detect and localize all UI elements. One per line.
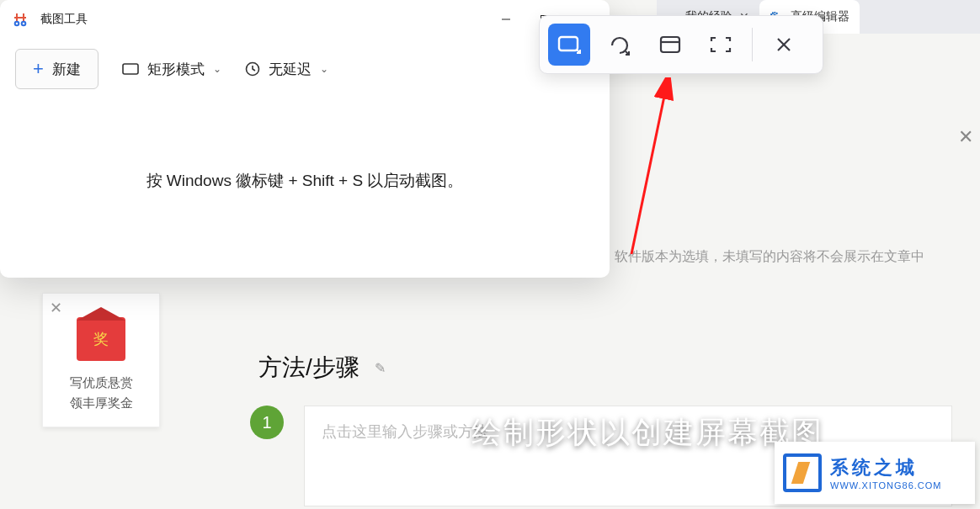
mode-dropdown[interactable]: 矩形模式 ⌄ xyxy=(122,60,221,79)
promo-card[interactable]: ✕ 奖 写优质悬赏 领丰厚奖金 xyxy=(42,293,160,427)
window-mode-button[interactable] xyxy=(649,24,691,66)
watermark-logo-icon xyxy=(783,453,822,492)
promo-text: 写优质悬赏 领丰厚奖金 xyxy=(70,373,133,413)
fullscreen-mode-button[interactable] xyxy=(700,24,742,66)
window-title: 截图工具 xyxy=(40,12,487,27)
delay-dropdown[interactable]: 无延迟 ⌄ xyxy=(245,60,328,79)
svg-rect-8 xyxy=(559,37,578,50)
chevron-down-icon: ⌄ xyxy=(213,63,221,75)
chevron-down-icon: ⌄ xyxy=(320,63,328,75)
envelope-char: 奖 xyxy=(77,329,125,349)
delay-label: 无延迟 xyxy=(269,60,312,79)
svg-point-0 xyxy=(15,22,19,26)
svg-rect-9 xyxy=(661,37,679,52)
watermark-url: WWW.XITONG86.COM xyxy=(830,480,942,490)
promo-line1: 写优质悬赏 xyxy=(70,373,133,393)
titlebar[interactable]: 截图工具 xyxy=(0,0,610,39)
pencil-icon[interactable]: ✎ xyxy=(375,360,386,376)
section-title-text: 方法/步骤 xyxy=(258,352,360,384)
mode-label: 矩形模式 xyxy=(147,60,205,79)
hint-text: 按 Windows 徽标键 + Shift + S 以启动截图。 xyxy=(0,170,610,192)
close-icon[interactable]: ✕ xyxy=(958,126,973,148)
overlay-caption: 绘制形状以创建屏幕截图 xyxy=(471,412,823,453)
watermark-title: 系统之城 xyxy=(830,455,942,480)
step-number-badge: 1 xyxy=(250,406,284,439)
new-label: 新建 xyxy=(52,60,81,79)
red-envelope-icon: 奖 xyxy=(77,317,125,361)
clock-icon xyxy=(245,61,260,77)
hint-text: 软件版本为选填，未填写的内容将不会展示在文章中 xyxy=(615,248,924,266)
snipping-tool-window: 截图工具 + 新建 矩形模式 ⌄ 无延迟 ⌄ 按 Windows 徽标键 + S… xyxy=(0,0,610,278)
close-toolbar-button[interactable] xyxy=(763,24,805,66)
rectangle-mode-button[interactable] xyxy=(548,24,590,66)
promo-line2: 领丰厚奖金 xyxy=(70,393,133,413)
plus-icon: + xyxy=(33,58,44,80)
svg-point-1 xyxy=(22,22,26,26)
toolbar: + 新建 矩形模式 ⌄ 无延迟 ⌄ xyxy=(0,39,610,89)
new-button[interactable]: + 新建 xyxy=(15,49,99,89)
snipping-app-icon xyxy=(12,11,29,28)
separator xyxy=(752,28,753,61)
close-icon[interactable]: ✕ xyxy=(50,299,62,317)
svg-rect-6 xyxy=(123,64,138,74)
watermark: 系统之城 WWW.XITONG86.COM xyxy=(775,442,975,504)
rectangle-icon xyxy=(122,61,139,77)
freeform-mode-button[interactable] xyxy=(599,24,641,66)
section-title: 方法/步骤 ✎ xyxy=(258,352,386,384)
minimize-button[interactable] xyxy=(487,0,525,39)
snip-mode-toolbar xyxy=(539,15,823,74)
